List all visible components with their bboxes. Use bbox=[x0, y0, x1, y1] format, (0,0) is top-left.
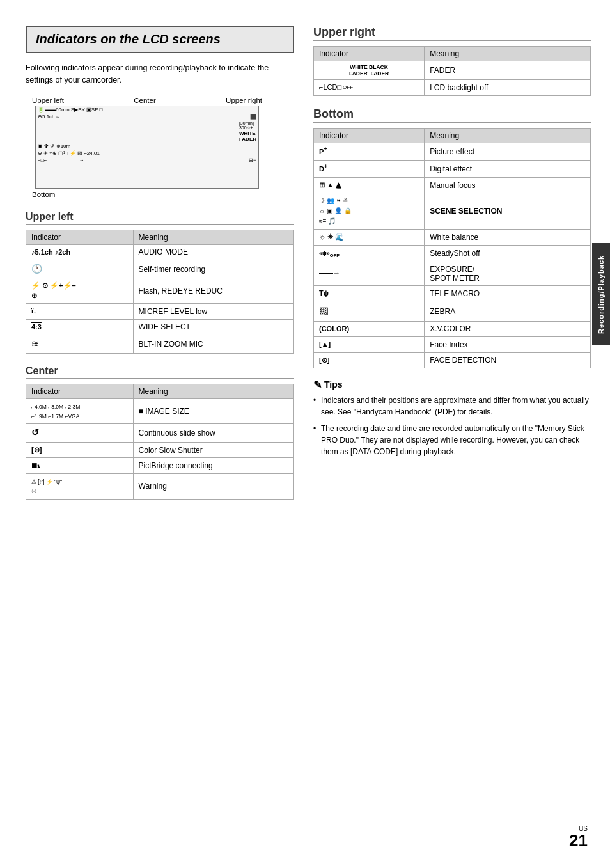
indicator-pictbridge: ◼₁ bbox=[26, 458, 134, 473]
upper-right-header-indicator: Indicator bbox=[314, 47, 425, 61]
center-title: Center bbox=[26, 365, 294, 379]
indicator-zebra: ▨ bbox=[314, 301, 425, 321]
table-row: ≋ BLT-IN ZOOM MIC bbox=[26, 335, 294, 354]
meaning-self-timer: Self-timer recording bbox=[133, 260, 293, 278]
meaning-warning: Warning bbox=[133, 473, 293, 499]
intro-text: Following indicators appear during recor… bbox=[26, 62, 294, 86]
screen-sp-icon: ▣SP bbox=[86, 107, 98, 113]
left-column: Indicators on the LCD screens Following … bbox=[26, 26, 294, 503]
table-row: ☼ ✳ 🌊 White balance bbox=[314, 230, 591, 245]
meaning-micref: MICREF LEVEL low bbox=[133, 304, 293, 319]
screen-footer-row: ⌐□⌐ ——————→ ⊞≡ bbox=[36, 157, 258, 164]
table-row: [▲] Face Index bbox=[314, 337, 591, 352]
indicator-face-index: [▲] bbox=[314, 337, 425, 352]
meaning-steadyshot: SteadyShot off bbox=[425, 245, 591, 262]
upper-right-table: Indicator Meaning WHITE BLACKFADER FADER… bbox=[313, 46, 591, 96]
table-row: ☽ 👥 ❧ ≗ ☼ ▣ 👤 🔒 ≈= 🎵 SCENE SELECTION bbox=[314, 193, 591, 230]
upper-right-title: Upper right bbox=[313, 26, 591, 41]
indicator-manual-focus: ⊞ ▲ ▲̲ bbox=[314, 177, 425, 193]
tips-item-2: The recording date and time are recorded… bbox=[313, 423, 591, 457]
indicator-lcd-backlight: ⌐LCD□OFF bbox=[314, 80, 425, 95]
page: Recording/Playback US 21 Indicators on t… bbox=[0, 0, 610, 868]
meaning-color-slow: Color Slow Shutter bbox=[133, 443, 293, 458]
table-row: [⊙] FACE DETECTION bbox=[314, 352, 591, 368]
meaning-exposure: EXPOSURE/SPOT METER bbox=[425, 262, 591, 285]
table-row: ↺ Continuous slide show bbox=[26, 424, 294, 443]
meaning-flash: Flash, REDEYE REDUC bbox=[133, 278, 293, 304]
meaning-slideshow: Continuous slide show bbox=[133, 424, 293, 443]
table-row: ▨ ZEBRA bbox=[314, 301, 591, 321]
table-row: ⌐4.0M ⌐3.0M ⌐2.3M⌐1.9M ⌐1.7M ⌐VGA ■ IMAG… bbox=[26, 398, 294, 424]
upper-right-header-meaning: Meaning bbox=[425, 47, 591, 61]
screen-speaker-icon: ⊞≡ bbox=[249, 157, 256, 163]
screen-controls: ⊕ ✳ ≈⊕ ▢¹ T⚡ ▨ ⌐24.01 bbox=[38, 150, 100, 156]
upper-left-header-indicator: Indicator bbox=[26, 230, 134, 244]
indicator-color-slow: [⊙] bbox=[26, 443, 134, 458]
indicator-tele-macro: Tψ bbox=[314, 285, 425, 301]
table-row: ⚠ [!²] ⚡ "ψ"☉ Warning bbox=[26, 473, 294, 499]
center-header-indicator: Indicator bbox=[26, 384, 134, 398]
screen-zoom-icon: ⊕5.1ch ≈ bbox=[38, 114, 59, 120]
meaning-picture-effect: Picture effect bbox=[425, 143, 591, 160]
page-number: 21 bbox=[569, 832, 588, 849]
indicator-exposure: ——→ bbox=[314, 262, 425, 285]
table-row: ï↓ MICREF LEVEL low bbox=[26, 304, 294, 319]
table-row: WHITE BLACKFADER FADER FADER bbox=[314, 61, 591, 80]
table-row: ◼₁ PictBridge connecting bbox=[26, 458, 294, 473]
screen-footer-icons: ⌐□⌐ ——————→ bbox=[38, 157, 84, 163]
meaning-zoom-mic: BLT-IN ZOOM MIC bbox=[133, 335, 293, 354]
page-number-area: US 21 bbox=[569, 825, 588, 849]
bottom-table: Indicator Meaning P+ Picture effect D+ D… bbox=[313, 128, 591, 368]
upper-left-table: Indicator Meaning ♪5.1ch ♪2ch AUDIO MODE… bbox=[26, 230, 294, 354]
screen-box-icon: □ bbox=[99, 107, 102, 113]
indicator-image-size: ⌐4.0M ⌐3.0M ⌐2.3M⌐1.9M ⌐1.7M ⌐VGA bbox=[26, 398, 134, 424]
label-upper-right: Upper right bbox=[226, 97, 262, 104]
meaning-audio-mode: AUDIO MODE bbox=[133, 244, 293, 260]
screen-second-row: ⊕5.1ch ≈ ⬛ bbox=[36, 113, 258, 120]
upper-left-title: Upper left bbox=[26, 211, 294, 225]
lcd-diagram: Upper left Center Upper right 🔋 ▬▬60min … bbox=[26, 97, 269, 198]
meaning-zebra: ZEBRA bbox=[425, 301, 591, 321]
meaning-fader: FADER bbox=[425, 61, 591, 80]
fader-text: WHITE BLACKFADER FADER bbox=[319, 64, 419, 77]
table-row: [⊙] Color Slow Shutter bbox=[26, 443, 294, 458]
screen-top-row: 🔋 ▬▬60min S▶BY ▣SP □ bbox=[36, 106, 258, 113]
meaning-image-size: ■ IMAGE SIZE bbox=[133, 398, 293, 424]
screen-center-row: [30min]300☆+WHITEFADER bbox=[36, 120, 258, 143]
label-upper-left: Upper left bbox=[32, 97, 64, 104]
table-row: Tψ TELE MACRO bbox=[314, 285, 591, 301]
table-row: P+ Picture effect bbox=[314, 143, 591, 160]
table-row: ⌐LCD□OFF LCD backlight off bbox=[314, 80, 591, 95]
scene-icons: ☽ 👥 ❧ ≗ ☼ ▣ 👤 🔒 ≈= 🎵 bbox=[319, 196, 419, 226]
table-row: ——→ EXPOSURE/SPOT METER bbox=[314, 262, 591, 285]
screen-mic-icon: ⬛ bbox=[250, 114, 256, 120]
indicator-picture-effect: P+ bbox=[314, 143, 425, 160]
table-row: 🕐 Self-timer recording bbox=[26, 260, 294, 278]
indicator-slideshow: ↺ bbox=[26, 424, 134, 443]
screen-timer-icon: [30min]300☆+WHITEFADER bbox=[239, 121, 256, 142]
indicator-steadyshot: «ψ»OFF bbox=[314, 245, 425, 262]
bottom-header-meaning: Meaning bbox=[425, 128, 591, 143]
indicator-digital-effect: D+ bbox=[314, 160, 425, 177]
meaning-face-index: Face Index bbox=[425, 337, 591, 352]
meaning-tele-macro: TELE MACRO bbox=[425, 285, 591, 301]
indicator-face-detection: [⊙] bbox=[314, 352, 425, 368]
label-center: Center bbox=[134, 97, 156, 104]
bottom-header-indicator: Indicator bbox=[314, 128, 425, 143]
table-row: 4:3 WIDE SELECT bbox=[26, 319, 294, 335]
indicator-xvcolor: (COLOR) bbox=[314, 321, 425, 336]
indicator-white-balance: ☼ ✳ 🌊 bbox=[314, 230, 425, 245]
tips-item-1: Indicators and their positions are appro… bbox=[313, 395, 591, 418]
screen-sby-icon: S▶BY bbox=[71, 107, 85, 113]
lcd-bottom-label: Bottom bbox=[26, 191, 269, 198]
screen-bottom-row: ▣ ✤ ↺ ⊕10m bbox=[36, 143, 258, 150]
indicator-self-timer: 🕐 bbox=[26, 260, 134, 278]
meaning-manual-focus: Manual focus bbox=[425, 177, 591, 193]
main-layout: Indicators on the LCD screens Following … bbox=[26, 26, 591, 503]
tips-label: Tips bbox=[324, 379, 343, 390]
lcd-screen: 🔋 ▬▬60min S▶BY ▣SP □ ⊕5.1ch ≈ ⬛ [30min]3… bbox=[35, 106, 259, 189]
indicator-wide: 4:3 bbox=[26, 319, 134, 335]
main-title-box: Indicators on the LCD screens bbox=[26, 26, 294, 53]
table-row: ⊞ ▲ ▲̲ Manual focus bbox=[314, 177, 591, 193]
tips-list: Indicators and their positions are appro… bbox=[313, 395, 591, 457]
